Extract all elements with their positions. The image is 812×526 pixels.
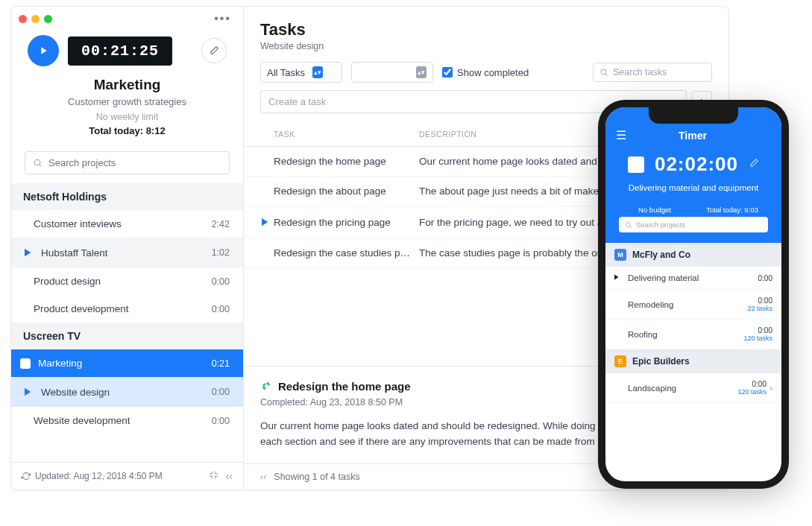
today-label: Total today: 9:03 bbox=[693, 200, 771, 217]
play-icon bbox=[257, 215, 271, 229]
col-desc: DESCRIPTION bbox=[419, 130, 476, 139]
sidebar-item[interactable]: Customer inteviews2:42 bbox=[11, 210, 243, 238]
play-icon bbox=[20, 385, 34, 399]
close-window-icon[interactable] bbox=[19, 15, 27, 23]
detail-title: Redesign the home page bbox=[278, 380, 411, 393]
search-icon bbox=[33, 158, 43, 168]
phone-stats: No budget Total today: 9:03 bbox=[616, 200, 771, 217]
project-label: Product development bbox=[34, 303, 129, 314]
sidebar-footer: Updated: Aug 12, 2018 4:50 PM ‹‹ bbox=[11, 462, 243, 489]
task-name: Redesign the about page bbox=[274, 186, 419, 197]
total-today: Total today: 8:12 bbox=[19, 125, 236, 136]
search-tasks[interactable]: Search tasks bbox=[593, 63, 712, 82]
search-projects[interactable] bbox=[25, 151, 230, 174]
search-projects-input[interactable] bbox=[48, 157, 221, 168]
timer-row: 00:21:25 bbox=[11, 25, 243, 71]
project-label: Customer inteviews bbox=[34, 218, 122, 229]
sidebar-item[interactable]: Product design0:00 bbox=[11, 267, 243, 295]
sidebar-item[interactable]: Marketing0:21 bbox=[11, 349, 243, 377]
chevron-left-icon[interactable]: ‹‹ bbox=[226, 470, 233, 482]
project-time: 0:00 bbox=[212, 276, 230, 287]
sidebar-item[interactable]: Hubstaff Talent1:02 bbox=[11, 238, 243, 267]
project-time: 0:00 bbox=[212, 387, 230, 397]
svg-point-0 bbox=[34, 159, 40, 165]
sidebar-item[interactable]: Website design0:00 bbox=[11, 377, 243, 407]
phone-project-times: 0:0022 tasks bbox=[747, 297, 772, 312]
titlebar: ••• bbox=[11, 7, 243, 25]
minimize-window-icon[interactable] bbox=[31, 15, 40, 23]
stop-icon bbox=[20, 358, 31, 369]
footer-status: Showing 1 of 4 tasks bbox=[274, 472, 359, 482]
svg-point-2 bbox=[626, 222, 631, 226]
filter-row: All Tasks ▴▾ ▴▾ Show completed Search ta… bbox=[244, 57, 728, 90]
show-completed-checkbox[interactable]: Show completed bbox=[442, 67, 529, 78]
weekly-limit: No weekly limit bbox=[19, 112, 236, 122]
prev-page-icon[interactable]: ‹‹ bbox=[260, 472, 266, 482]
group-badge: E bbox=[614, 355, 626, 367]
page-subtitle: Website design bbox=[260, 41, 712, 51]
phone-project-label: Roofing bbox=[628, 330, 658, 339]
search-icon bbox=[599, 68, 608, 77]
play-button[interactable] bbox=[28, 35, 59, 66]
phone-project-label: Landscaping bbox=[628, 384, 676, 393]
task-name: Redesign the pricing page bbox=[274, 217, 419, 228]
project-subtitle: Customer growth strategies bbox=[19, 96, 236, 107]
recycle-icon bbox=[260, 380, 272, 392]
phone-header: ☰ Timer 02:02:00 Delivering material and… bbox=[605, 107, 781, 243]
project-label: Hubstaff Talent bbox=[41, 247, 108, 259]
phone-project-times: 0:00 bbox=[758, 274, 772, 282]
project-label: Marketing bbox=[38, 358, 82, 369]
phone-notch bbox=[649, 107, 738, 124]
menu-icon[interactable]: ☰ bbox=[616, 128, 626, 142]
phone-mockup: ☰ Timer 02:02:00 Delivering material and… bbox=[598, 100, 789, 489]
play-icon bbox=[611, 273, 620, 283]
filter-select[interactable]: All Tasks ▴▾ bbox=[260, 62, 342, 83]
project-time: 0:00 bbox=[212, 416, 230, 426]
project-label: Product design bbox=[34, 276, 101, 287]
phone-timer: 02:02:00 bbox=[655, 153, 738, 176]
phone-search[interactable]: Search projects bbox=[619, 217, 768, 232]
stop-button[interactable] bbox=[628, 156, 644, 173]
page-title: Tasks bbox=[260, 20, 712, 39]
edit-button[interactable] bbox=[201, 38, 227, 63]
phone-subtitle: Delivering material and equipment bbox=[616, 183, 771, 192]
project-time: 0:00 bbox=[212, 304, 230, 314]
sidebar-item[interactable]: Product development0:00 bbox=[11, 295, 243, 323]
phone-project-item[interactable]: Landscaping0:00120 tasks› bbox=[605, 373, 781, 403]
group-badge: M bbox=[614, 249, 626, 261]
show-completed-input[interactable] bbox=[442, 67, 453, 77]
phone-group-header: MMcFly and Co bbox=[605, 243, 781, 267]
sidebar-item[interactable]: Website development0:00 bbox=[11, 407, 243, 434]
search-icon bbox=[625, 221, 632, 229]
refresh-icon[interactable] bbox=[22, 472, 31, 481]
phone-body: MMcFly and CoDelivering material0:00Remo… bbox=[605, 243, 781, 481]
phone-project-item[interactable]: Remodeling0:0022 tasks bbox=[605, 290, 781, 320]
project-time: 1:02 bbox=[212, 247, 230, 258]
budget-label: No budget bbox=[616, 200, 693, 217]
project-time: 0:21 bbox=[212, 358, 230, 369]
filter-select-2[interactable]: ▴▾ bbox=[351, 62, 433, 83]
play-icon bbox=[20, 246, 34, 259]
phone-project-item[interactable]: Delivering material0:00 bbox=[605, 267, 781, 290]
select-arrows-icon: ▴▾ bbox=[312, 66, 323, 78]
more-menu-icon[interactable]: ••• bbox=[210, 12, 236, 25]
task-name: Redesign the home page bbox=[274, 156, 419, 167]
updated-label: Updated: Aug 12, 2018 4:50 PM bbox=[35, 471, 163, 481]
phone-project-item[interactable]: Roofing0:00120 tasks bbox=[605, 320, 781, 349]
edit-icon[interactable] bbox=[749, 158, 759, 171]
project-header: Marketing Customer growth strategies No … bbox=[11, 71, 243, 147]
phone-screen: ☰ Timer 02:02:00 Delivering material and… bbox=[605, 107, 781, 481]
phone-project-times: 0:00120 tasks bbox=[737, 380, 767, 396]
svg-point-1 bbox=[601, 69, 606, 75]
project-title: Marketing bbox=[19, 77, 236, 93]
maximize-window-icon[interactable] bbox=[44, 15, 52, 23]
phone-project-times: 0:00120 tasks bbox=[743, 326, 772, 342]
sidebar-group-header: Netsoft Holdings bbox=[11, 183, 243, 210]
sidebar-group-header: Uscreen TV bbox=[11, 323, 243, 349]
timer-display: 00:21:25 bbox=[68, 37, 172, 66]
collapse-icon[interactable] bbox=[209, 470, 218, 480]
col-task: TASK bbox=[274, 130, 419, 139]
project-label: Website design bbox=[41, 387, 110, 398]
main-header: Tasks Website design bbox=[244, 7, 728, 57]
select-arrows-icon: ▴▾ bbox=[416, 66, 427, 78]
